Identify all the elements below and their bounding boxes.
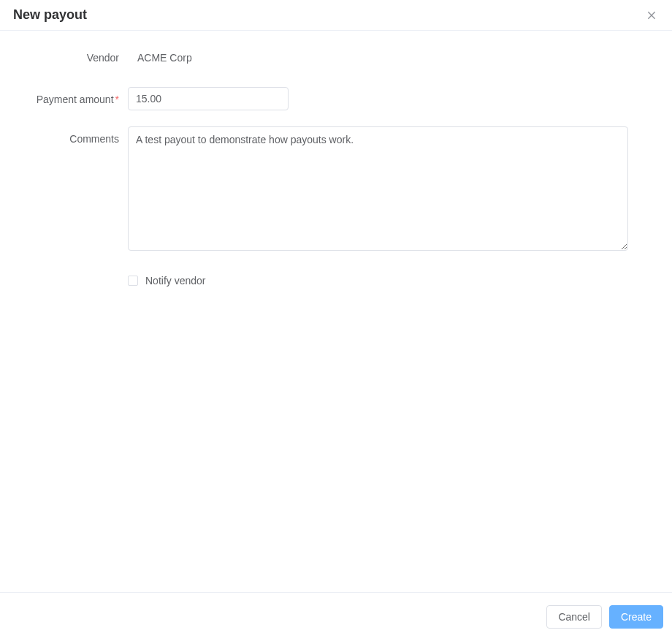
notify-vendor-label[interactable]: Notify vendor — [145, 275, 205, 287]
payment-amount-label: Payment amount* — [15, 87, 128, 105]
dialog-header: New payout — [0, 0, 672, 31]
vendor-label: Vendor — [15, 45, 128, 63]
payment-amount-field-row: Payment amount* — [15, 87, 639, 110]
payment-amount-input[interactable] — [128, 87, 289, 110]
notify-vendor-checkbox[interactable] — [128, 276, 138, 286]
cancel-button[interactable]: Cancel — [546, 605, 602, 629]
dialog-title: New payout — [13, 7, 87, 23]
comments-label: Comments — [15, 126, 128, 144]
notify-vendor-spacer — [15, 269, 128, 276]
close-button[interactable] — [644, 8, 659, 23]
notify-vendor-field-row: Notify vendor — [15, 269, 639, 287]
required-asterisk: * — [115, 94, 119, 105]
dialog-footer: Cancel Create — [0, 592, 672, 641]
close-icon — [646, 10, 657, 21]
notify-vendor-checkbox-row: Notify vendor — [128, 269, 639, 287]
vendor-field-row: Vendor ACME Corp — [15, 45, 639, 64]
create-button[interactable]: Create — [609, 605, 663, 629]
dialog-body: Vendor ACME Corp Payment amount* Comment… — [0, 31, 672, 317]
comments-input[interactable] — [128, 126, 628, 251]
comments-field-row: Comments — [15, 126, 639, 253]
vendor-value: ACME Corp — [128, 45, 639, 64]
payment-amount-label-text: Payment amount — [37, 94, 114, 105]
